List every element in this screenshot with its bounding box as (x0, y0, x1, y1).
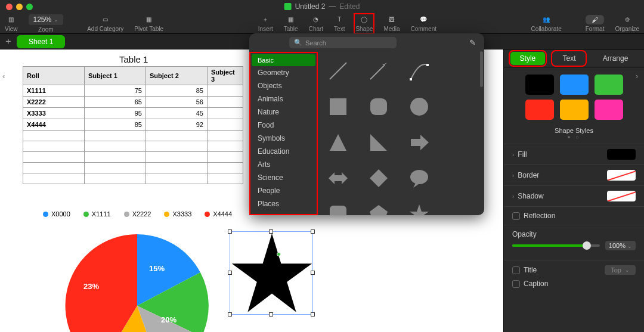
text-button[interactable]: TText (334, 15, 345, 32)
shape-arrow-right[interactable] (405, 128, 434, 157)
selected-star-shape[interactable] (230, 231, 313, 315)
shape-square[interactable] (324, 92, 352, 121)
styles-next-button[interactable]: › (636, 72, 642, 80)
shape-circle[interactable] (405, 92, 434, 121)
collaborate-button[interactable]: 👥Collaborate (531, 15, 562, 32)
resize-handle[interactable] (269, 229, 273, 234)
shape-category-item[interactable]: Symbols (249, 132, 318, 145)
popover-scrollbar[interactable] (480, 51, 483, 87)
border-row[interactable]: ›Border (504, 165, 644, 185)
pie-chart[interactable]: 15% 20% 23% (60, 228, 215, 332)
table-header[interactable]: Subject 1 (85, 67, 146, 85)
zoom-button[interactable]: 125%⌄ Zoom (29, 14, 64, 33)
organize-button[interactable]: ⊚Organize (615, 15, 639, 32)
shape-category-item[interactable]: Geometry (249, 66, 318, 79)
style-swatch[interactable] (595, 75, 623, 95)
style-swatch[interactable] (525, 100, 554, 120)
shape-category-item[interactable]: Animals (249, 92, 318, 106)
close-window-icon[interactable] (6, 4, 13, 10)
svg-marker-10 (370, 134, 387, 151)
shape-line[interactable] (324, 57, 352, 85)
view-button[interactable]: ▥ View (5, 15, 18, 32)
shape-category-item[interactable]: Activities (249, 210, 318, 215)
collaborate-icon: 👥 (543, 15, 550, 24)
edit-shapes-button[interactable]: ✎ (469, 38, 476, 47)
shape-category-item[interactable]: Food (249, 119, 318, 132)
shape-category-item[interactable]: Nature (249, 106, 318, 119)
resize-handle[interactable] (228, 312, 232, 317)
add-category-button[interactable]: ▭ Add Category (87, 15, 123, 32)
shadow-row[interactable]: ›Shadow (504, 185, 644, 206)
opacity-slider[interactable] (512, 244, 600, 247)
shape-search-input[interactable]: 🔍 Search (289, 37, 397, 48)
title-row[interactable]: Title Top⌄ (504, 260, 644, 280)
shape-category-item[interactable]: Basic (252, 54, 315, 66)
styles-prev-button[interactable]: ‹ (2, 72, 8, 80)
caption-checkbox[interactable] (512, 280, 520, 288)
svg-point-8 (410, 98, 428, 116)
shape-curve[interactable] (405, 57, 434, 85)
table-header[interactable]: Subject 3 (208, 67, 243, 85)
slider-knob[interactable] (583, 241, 591, 250)
reflection-row[interactable]: Reflection (504, 206, 644, 225)
tab-arrange[interactable]: Arrange (593, 52, 638, 65)
title-checkbox[interactable] (512, 266, 520, 274)
shape-speech-bubble[interactable] (405, 164, 434, 193)
tab-style[interactable]: Style (510, 52, 546, 65)
shape-category-item[interactable]: Places (249, 197, 318, 210)
comment-button[interactable]: 💬Comment (411, 15, 436, 32)
fullscreen-window-icon[interactable] (26, 4, 33, 10)
pie-label-red: 23% (83, 282, 99, 291)
shape-rounded-square[interactable] (364, 92, 393, 121)
resize-handle[interactable] (228, 229, 232, 234)
add-sheet-button[interactable]: ＋ (4, 35, 13, 48)
shape-category-item[interactable]: Education (249, 145, 318, 158)
media-button[interactable]: 🖼Media (383, 15, 400, 32)
tab-text[interactable]: Text (553, 52, 585, 65)
title-position-select[interactable]: Top⌄ (605, 265, 636, 275)
caption-row[interactable]: Caption (504, 280, 644, 293)
sheet-tab[interactable]: Sheet 1 (17, 35, 65, 48)
insert-button[interactable]: ＋Insert (258, 15, 273, 32)
shape-category-item[interactable]: Objects (249, 79, 318, 92)
svg-marker-19 (410, 204, 429, 215)
opacity-value[interactable]: 100% ⌄ (605, 241, 636, 250)
page-dots[interactable]: ● ○ (504, 134, 644, 144)
format-button[interactable]: 🖌Format (586, 15, 605, 32)
resize-handle[interactable] (269, 312, 273, 317)
shape-diamond[interactable] (364, 164, 393, 193)
table-header[interactable]: Roll (23, 67, 85, 85)
shadow-well[interactable] (607, 191, 636, 201)
style-swatch[interactable] (560, 100, 589, 120)
shape-arrow-line[interactable] (364, 57, 393, 85)
resize-handle[interactable] (311, 271, 315, 275)
fill-well[interactable] (607, 149, 636, 160)
shape-category-item[interactable]: Arts (249, 158, 318, 171)
minimize-window-icon[interactable] (16, 4, 23, 10)
resize-handle[interactable] (311, 312, 315, 317)
shape-right-triangle[interactable] (364, 128, 393, 157)
table-title[interactable]: Table 1 (119, 54, 148, 64)
pivot-table-button[interactable]: ▦ Pivot Table (134, 15, 163, 32)
shape-triangle[interactable] (324, 128, 352, 157)
reflection-checkbox[interactable] (512, 212, 520, 220)
shape-category-item[interactable]: Science (249, 171, 318, 184)
style-swatch[interactable] (595, 100, 623, 120)
shape-pentagon[interactable] (364, 200, 393, 215)
shape-edit-handle[interactable] (277, 252, 281, 256)
shape-star[interactable] (405, 200, 434, 215)
shape-callout[interactable] (324, 200, 352, 215)
table-button[interactable]: ▦Table (284, 15, 298, 32)
data-table[interactable]: Roll Subject 1 Subject 2 Subject 3 X1111… (23, 66, 243, 184)
resize-handle[interactable] (228, 271, 232, 275)
shape-arrow-both[interactable] (324, 164, 352, 193)
shape-category-item[interactable]: People (249, 184, 318, 197)
style-swatch[interactable] (560, 75, 589, 95)
fill-row[interactable]: ›Fill (504, 144, 644, 165)
style-swatch[interactable] (525, 75, 554, 95)
shape-button[interactable]: ◯Shape (355, 15, 373, 32)
border-well[interactable] (607, 170, 636, 181)
table-header[interactable]: Subject 2 (146, 67, 208, 85)
resize-handle[interactable] (311, 229, 315, 234)
chart-button[interactable]: ◔Chart (309, 15, 323, 32)
